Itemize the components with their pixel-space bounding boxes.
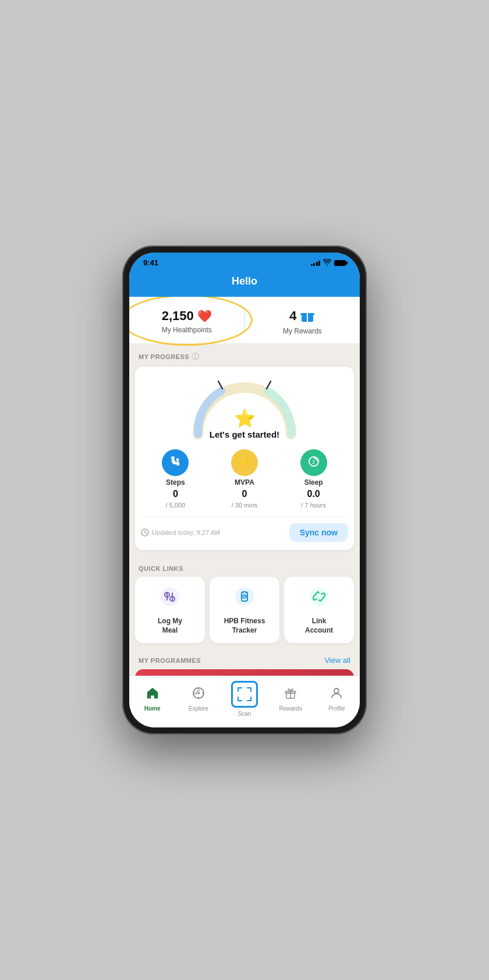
bottom-nav: Home Explore [129,676,360,727]
svg-point-5 [171,456,175,460]
arc-container: ⭐ Let's get started! [186,376,303,440]
rewards-value-row: 4 [289,307,315,325]
sleep-value: 0.0 [307,489,320,499]
rewards-number: 4 [289,308,296,324]
svg-rect-32 [238,687,239,692]
stats-card: 2,150 ❤️ My Healthpoints 4 [129,297,360,343]
phone-frame: 9:41 [122,246,367,734]
sync-now-button[interactable]: Sync now [289,523,348,542]
sync-row: Updated today, 9:27 AM Sync now [141,517,348,542]
programme-preview-card[interactable]: 🏆 [135,669,354,676]
log-meal-label: Log MyMeal [158,617,182,635]
mvpa-value: 0 [242,489,247,499]
svg-rect-38 [250,697,251,701]
sleep-label: Sleep [304,478,323,487]
progress-section-header: MY PROGRESS ⓘ [129,343,360,367]
steps-metric[interactable]: Steps 0 / 5,000 [162,449,189,509]
rewards-icon [284,686,297,704]
programmes-title: MY PROGRAMMES [139,657,201,664]
nav-rewards[interactable]: Rewards [273,686,308,712]
svg-rect-34 [250,687,251,692]
nav-explore[interactable]: Explore [181,686,216,712]
svg-point-12 [161,587,179,606]
quick-links-grid: Log MyMeal HPB Fitn [129,577,360,650]
explore-label: Explore [189,705,208,712]
rewards-nav-label: Rewards [279,705,302,712]
app-header: Hello [129,271,360,297]
info-icon[interactable]: ⓘ [192,351,199,362]
progress-main-label: Let's get started! [210,429,279,439]
metrics-row: Steps 0 / 5,000 ⚡ MVPA 0 / 30 mins [141,449,348,509]
quick-links-title: QUICK LINKS [139,565,183,572]
log-meal-card[interactable]: Log MyMeal [135,577,205,643]
rewards-stat[interactable]: 4 My Rewards [245,297,360,343]
svg-point-42 [334,688,339,693]
steps-value: 0 [173,489,178,499]
fitness-tracker-card[interactable]: HPB FitnessTracker [210,577,279,643]
log-meal-icon [160,586,180,611]
explore-icon [192,686,205,704]
svg-line-30 [197,690,200,691]
steps-label: Steps [166,478,185,487]
mvpa-icon: ⚡ [237,456,251,470]
svg-point-6 [176,458,179,461]
steps-target: / 5,000 [166,502,186,509]
healthpoints-number: 2,150 [162,308,194,324]
status-time: 9:41 [143,258,158,267]
header-title: Hello [232,275,257,287]
star-icon: ⭐ [186,408,303,428]
link-account-label: LinkAccount [305,617,333,635]
home-icon [146,686,160,704]
gift-icon [300,307,315,325]
profile-icon [329,686,343,704]
link-account-icon [309,586,329,611]
svg-point-22 [310,587,328,606]
healthpoints-value-row: 2,150 ❤️ [162,308,212,324]
scan-frame-icon [231,681,258,708]
arc-center: ⭐ Let's get started! [186,408,303,440]
svg-line-29 [196,691,197,695]
signal-icon [311,260,321,266]
battery-icon [334,260,346,266]
svg-point-24 [197,692,200,694]
link-account-card[interactable]: LinkAccount [284,577,354,643]
view-all-button[interactable]: View all [324,656,350,665]
svg-line-11 [145,532,147,534]
healthpoints-label: My Healthpoints [162,326,212,334]
heart-icon: ❤️ [197,309,212,323]
programmes-header: MY PROGRAMMES View all [129,650,360,669]
scan-icon [236,686,253,702]
rewards-label: My Rewards [283,327,322,335]
svg-rect-36 [238,697,239,701]
steps-icon-circle [162,449,189,476]
scan-label: Scan [238,711,251,717]
mvpa-metric[interactable]: ⚡ MVPA 0 / 30 mins [231,449,258,509]
fitness-tracker-icon [234,586,255,611]
sleep-icon: z [307,455,321,471]
svg-text:z: z [312,459,315,465]
clock-icon [141,528,149,537]
sleep-target: / 7 hours [301,502,326,509]
nav-profile[interactable]: Profile [319,686,354,712]
wifi-icon [323,259,331,267]
progress-section-title: MY PROGRESS [139,353,189,360]
nav-home[interactable]: Home [135,686,170,712]
sleep-metric[interactable]: z Sleep 0.0 / 7 hours [300,449,327,509]
sync-time: Updated today, 9:27 AM [141,528,220,537]
scroll-content: 2,150 ❤️ My Healthpoints 4 [129,297,360,676]
sleep-icon-circle: z [300,449,327,476]
status-icons [311,259,346,267]
home-label: Home [144,705,161,712]
mvpa-icon-circle: ⚡ [231,449,258,476]
quick-links-header: QUICK LINKS [129,557,360,577]
steps-icon [169,455,182,471]
status-bar: 9:41 [129,253,360,271]
phone-screen: 9:41 [129,253,360,727]
fitness-tracker-label: HPB FitnessTracker [224,617,265,635]
progress-card: ⭐ Let's get started! [135,367,354,550]
nav-scan[interactable]: Scan [227,681,262,717]
mvpa-target: / 30 mins [232,502,258,509]
profile-label: Profile [328,705,345,712]
healthpoints-stat[interactable]: 2,150 ❤️ My Healthpoints [129,298,245,342]
mvpa-label: MVPA [235,478,254,487]
